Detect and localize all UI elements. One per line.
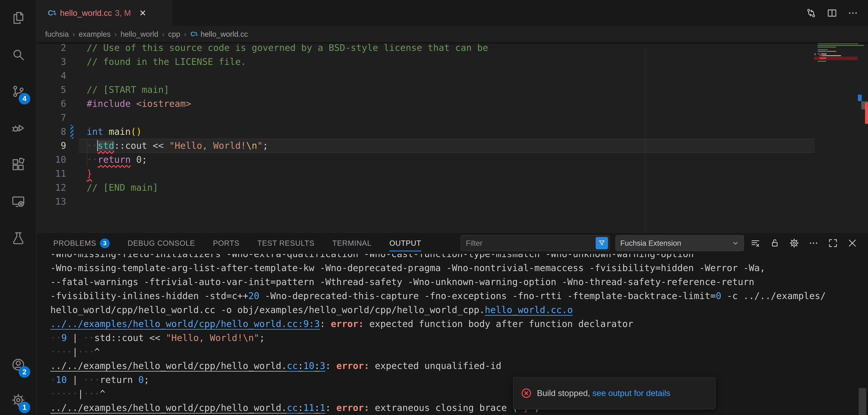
cpp-file-icon: C: [48, 8, 57, 18]
bottom-panel: PROBLEMS3DEBUG CONSOLEPORTSTEST RESULTST…: [36, 232, 868, 415]
breadcrumb-separator: ›: [162, 30, 164, 38]
panel-tab-label: OUTPUT: [390, 239, 421, 247]
minimap-line: [818, 45, 864, 46]
code-line-10: ··return 0;: [87, 153, 147, 167]
breadcrumb-item-examples[interactable]: examples: [79, 30, 111, 38]
breadcrumb-item-fuchsia[interactable]: fuchsia: [45, 30, 69, 38]
breadcrumb-item-file[interactable]: Chello_world.cc: [190, 30, 248, 38]
clear-output-icon[interactable]: [750, 238, 761, 248]
activity-item-accounts[interactable]: 2: [0, 350, 36, 380]
panel-tab-problems[interactable]: PROBLEMS3: [53, 238, 110, 248]
overview-ruler: [858, 42, 868, 232]
editor-actions: [806, 0, 858, 26]
breadcrumb-item-cpp[interactable]: cpp: [168, 30, 180, 38]
overview-error-mark: [865, 102, 868, 124]
tab-problems-modified-badge: 3, M: [115, 8, 131, 18]
minimap-line: [818, 61, 826, 62]
panel-tab-label: TEST RESULTS: [257, 239, 314, 247]
output-channel-select[interactable]: Fuchsia Extension: [615, 235, 744, 251]
close-panel-icon[interactable]: [847, 238, 858, 248]
line-number: 8: [36, 125, 66, 139]
open-changes-icon[interactable]: [806, 8, 816, 19]
testing-icon: [11, 231, 26, 246]
output-line: -Wno-missing-template-arg-list-after-tem…: [50, 261, 765, 275]
line-number: 6: [36, 97, 66, 111]
breadcrumb-separator: ›: [114, 30, 117, 38]
code-line-9: ··std::cout << "Hello, World!\n";: [87, 139, 268, 153]
line-number: 13: [36, 195, 66, 209]
activity-item-explorer[interactable]: [0, 3, 36, 33]
line-number: 11: [36, 167, 66, 181]
filter-input[interactable]: [461, 239, 596, 247]
line-number: 9: [36, 139, 66, 153]
problems-count-badge: 3: [100, 238, 110, 248]
panel-actions: [750, 235, 858, 251]
code-line-11: }: [87, 167, 92, 181]
line-number: 5: [36, 83, 66, 97]
panel-tab-debug-console[interactable]: DEBUG CONSOLE: [127, 239, 195, 247]
source-control-badge: 4: [19, 93, 30, 104]
line-number: 12: [36, 181, 66, 195]
panel-tab-test-results[interactable]: TEST RESULTS: [257, 239, 314, 247]
activity-item-testing[interactable]: [0, 223, 36, 253]
svg-text:C: C: [48, 8, 53, 17]
panel-tab-output[interactable]: OUTPUT: [390, 239, 421, 247]
tab-hello-world-cc[interactable]: C hello_world.cc 3, M ✕: [36, 0, 172, 26]
breadcrumb-separator: ›: [184, 30, 186, 38]
remote-explorer-icon: [11, 194, 26, 209]
breadcrumb-item-hello_world[interactable]: hello_world: [121, 30, 158, 38]
code-line-5: // [START main]: [87, 83, 169, 97]
line-number: 7: [36, 111, 66, 125]
panel-tab-label: PORTS: [213, 239, 239, 247]
more-actions-icon[interactable]: [847, 8, 858, 19]
activity-item-settings[interactable]: 1: [0, 385, 36, 415]
minimap-line: [818, 49, 828, 50]
line-number: 10: [36, 153, 66, 167]
code-editor[interactable]: 2345678910111213 // Use of this source c…: [36, 42, 868, 232]
activity-item-run-debug[interactable]: [0, 113, 36, 143]
panel-tab-label: PROBLEMS: [53, 239, 96, 247]
minimap-line: [819, 55, 841, 56]
output-line: ·10 | ···return 0;: [50, 373, 149, 387]
overview-modified-mark: [858, 95, 862, 101]
column-ruler: [645, 42, 645, 232]
panel-scrollbar[interactable]: [859, 388, 866, 415]
accounts-badge: 2: [19, 366, 30, 378]
close-tab-icon[interactable]: ✕: [139, 8, 146, 18]
breadcrumb: fuchsia›examples›hello_world›cpp›Chello_…: [36, 26, 868, 42]
more-actions-icon[interactable]: [808, 238, 819, 248]
panel-tab-terminal[interactable]: TERMINAL: [332, 239, 371, 247]
svg-text:C: C: [190, 30, 195, 37]
minimap[interactable]: [814, 42, 858, 232]
scroll-shadow: [36, 42, 868, 45]
explorer-icon: [11, 11, 26, 25]
notification-toast[interactable]: Build stopped, see output for details: [513, 377, 715, 409]
notification-link[interactable]: see output for details: [592, 388, 671, 398]
panel-tab-ports[interactable]: PORTS: [213, 239, 239, 247]
activity-item-source-control[interactable]: 4: [0, 76, 36, 106]
unlock-icon[interactable]: [770, 238, 780, 248]
line-number: 3: [36, 55, 66, 69]
error-circle-icon: [521, 388, 532, 398]
activity-item-search[interactable]: [0, 40, 36, 69]
minimap-line: [818, 51, 826, 52]
code-line-3: // found in the LICENSE file.: [87, 55, 246, 69]
activity-item-extensions[interactable]: [0, 150, 36, 180]
filter-icon[interactable]: [596, 237, 608, 249]
minimap-line: [821, 54, 827, 55]
settings-gear-icon[interactable]: [789, 238, 799, 248]
settings-badge: 1: [19, 402, 30, 413]
activity-item-remote-explorer[interactable]: [0, 187, 36, 217]
vscode-window: 421 C hello_world.cc 3, M ✕ fuchsia›exam…: [0, 0, 868, 415]
minimap-error-mark: [819, 57, 826, 59]
maximize-panel-icon[interactable]: [828, 238, 838, 248]
extensions-icon: [11, 158, 26, 172]
minimap-line: [818, 46, 836, 47]
output-line: ../../examples/hello_world/cpp/hello_wor…: [50, 359, 501, 373]
output-channel-label: Fuchsia Extension: [620, 239, 681, 247]
minimap-error-mark: [819, 55, 823, 56]
modified-lines-indicator: [70, 125, 73, 139]
text-cursor: [97, 140, 98, 151]
split-editor-icon[interactable]: [827, 8, 837, 19]
cpp-file-icon: C: [190, 30, 198, 38]
